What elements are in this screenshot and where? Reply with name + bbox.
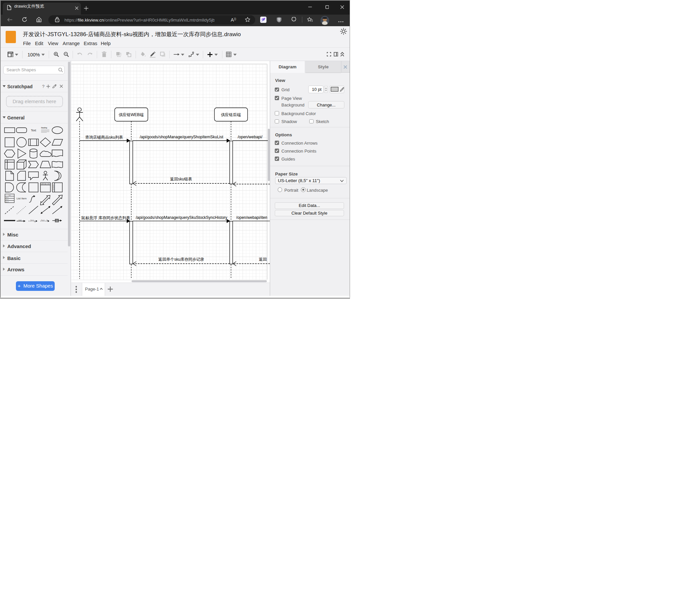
svg-text:Source: Source: [30, 219, 34, 221]
svg-text:Lbl: Lbl: [34, 221, 36, 222]
svg-text:Source: Source: [41, 219, 45, 221]
svg-text:List Item: List Item: [17, 197, 27, 200]
svg-text:Item 2: Item 2: [6, 199, 9, 200]
svg-text:Text: Text: [31, 129, 36, 132]
svg-text:CONTAINER: CONTAINER: [53, 184, 54, 190]
svg-text:Item 3: Item 3: [6, 201, 9, 202]
svg-text:VERTICAL CONT: VERTICAL CONT: [41, 184, 49, 185]
svg-text:Heading: Heading: [41, 127, 47, 129]
svg-text:Item 1: Item 1: [6, 197, 9, 198]
svg-text:Tgt: Tgt: [46, 219, 48, 221]
svg-text:Label: Label: [18, 219, 22, 221]
svg-text:List: List: [9, 195, 10, 196]
